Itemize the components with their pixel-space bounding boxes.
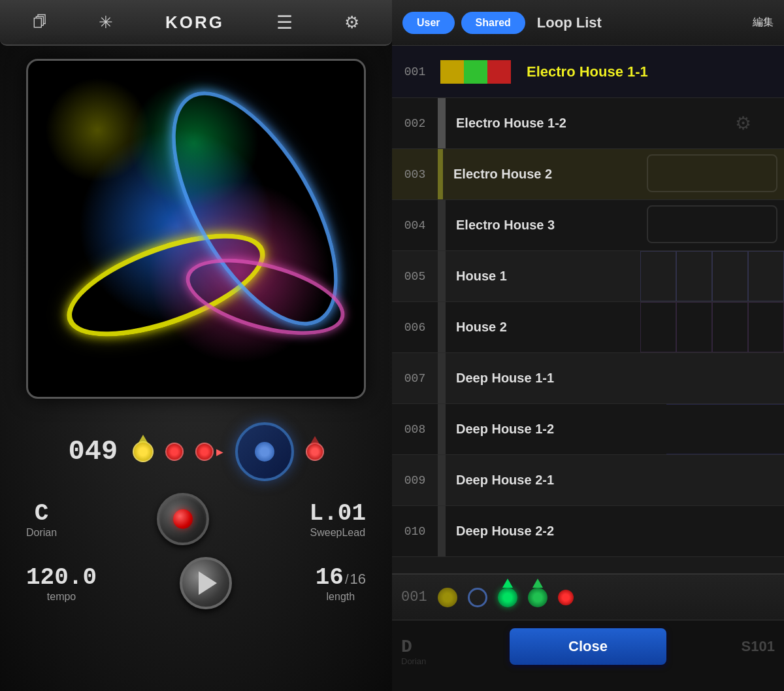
row-overlay-003: [647, 154, 777, 192]
loop-list[interactable]: 001 Electro House 1-1 002 Electro House …: [392, 46, 784, 573]
close-button[interactable]: Close: [510, 628, 666, 665]
color-squares-001: [440, 60, 511, 84]
record-button[interactable]: [157, 493, 209, 545]
gear-overlay-icon: ⚙: [735, 112, 751, 134]
loop-num-003: 003: [392, 168, 438, 181]
close-row: D Dorian Close S101: [392, 620, 784, 673]
close-label-small: Dorian: [401, 656, 426, 666]
loop-num-002: 002: [392, 117, 438, 130]
loop-row[interactable]: 007 Deep House 1-1: [392, 353, 784, 404]
loop-name-010: Deep House 2-2: [446, 524, 784, 539]
app-title: KORG: [165, 12, 224, 33]
bottom-row1: 001: [392, 575, 784, 620]
length-denom: 16: [350, 571, 366, 588]
bottom-num: 001: [401, 589, 427, 605]
params-row-2: 120.0 tempo 16 / 16 length: [26, 557, 366, 609]
loop-name-008: Deep House 1-2: [446, 422, 784, 437]
edit-button[interactable]: 編集: [753, 16, 774, 29]
right-panel: User Shared Loop List 編集 001 Electro Hou…: [392, 0, 784, 691]
bottom-dot-blue[interactable]: [468, 588, 487, 607]
visualizer-bg: [28, 61, 364, 397]
loop-num-007: 007: [392, 372, 438, 385]
loop-num-008: 008: [392, 423, 438, 436]
doc-icon[interactable]: 🗍: [33, 14, 47, 31]
loop-num-006: 006: [392, 321, 438, 334]
loop-name-009: Deep House 2-1: [446, 473, 784, 488]
loop-row[interactable]: 010 Deep House 2-2: [392, 506, 784, 557]
bottom-dot-green2[interactable]: [528, 588, 547, 607]
big-circle-blue[interactable]: [235, 422, 294, 481]
close-left-letter: D: [401, 637, 412, 657]
left-panel: 🗍 ✳ KORG ☰ ⚙ 049 ▶: [0, 0, 392, 691]
loop-num-005: 005: [392, 270, 438, 283]
key-label: Dorian: [26, 527, 57, 539]
close-side-right: S101: [742, 638, 775, 655]
length-label: length: [327, 591, 355, 603]
bottom-dot-wrap-3: [498, 588, 517, 607]
dot-yellow[interactable]: [133, 441, 154, 462]
params-row-1: C Dorian L.01 SweepLead: [26, 493, 366, 545]
bottom-dot-wrap-5: [558, 590, 574, 605]
tempo-group: 120.0 tempo: [26, 564, 97, 603]
gear-icon[interactable]: ⚙: [344, 12, 359, 33]
loop-num-004: 004: [392, 219, 438, 232]
loop-row[interactable]: 001 Electro House 1-1: [392, 46, 784, 98]
key-value: C: [35, 500, 49, 527]
bottom-dot-red[interactable]: [558, 590, 574, 605]
loop-num-010: 010: [392, 525, 438, 538]
tempo-value: 120.0: [26, 564, 97, 591]
loop-name-007: Deep House 1-1: [446, 371, 784, 386]
dot-red-2[interactable]: [195, 443, 214, 461]
play-button[interactable]: [180, 557, 232, 609]
right-header: User Shared Loop List 編集: [392, 0, 784, 46]
bottom-dot-wrap-4: [528, 588, 547, 607]
loop-row[interactable]: 004 Electro House 3: [392, 200, 784, 251]
loop-value: L.01: [310, 500, 366, 527]
bottom-controls: 001 D Dorian Clos: [392, 573, 784, 691]
loop-row[interactable]: 008 Deep House 1-2: [392, 404, 784, 455]
loop-row[interactable]: 006 House 2: [392, 302, 784, 353]
tempo-label: tempo: [47, 591, 76, 603]
toolbar: 🗍 ✳ KORG ☰ ⚙: [0, 0, 392, 46]
loop-row[interactable]: 002 Electro House 1-2 ⚙: [392, 98, 784, 149]
loop-group: L.01 SweepLead: [310, 500, 366, 539]
loop-num-001: 001: [392, 65, 438, 78]
play-triangle: [199, 571, 217, 595]
loop-row[interactable]: 009 Deep House 2-1: [392, 455, 784, 506]
visualizer[interactable]: [26, 59, 366, 399]
loop-name-002: Electro House 1-2: [446, 116, 784, 131]
tab-shared-button[interactable]: Shared: [461, 12, 525, 34]
bpm-display: 049: [69, 436, 121, 467]
record-dot: [173, 509, 193, 529]
bottom-dot-green[interactable]: [498, 588, 517, 607]
dot-red-1[interactable]: [165, 443, 184, 461]
tab-user-button[interactable]: User: [402, 12, 455, 34]
bottom-dot-wrap-1: [438, 588, 457, 607]
close-side-left: D: [401, 637, 412, 657]
controls-row: 049 ▶: [69, 422, 324, 481]
length-value: 16: [316, 564, 344, 591]
shimmer-icon[interactable]: ✳: [99, 12, 113, 33]
loop-name-006: House 2: [446, 320, 784, 335]
list-icon[interactable]: ☰: [276, 12, 293, 33]
loop-name-005: House 1: [446, 269, 784, 284]
dot-red-top[interactable]: [306, 443, 324, 461]
loop-num-009: 009: [392, 474, 438, 487]
blue-inner-dot: [255, 442, 274, 462]
bottom-dot-wrap-2: [468, 588, 487, 607]
bottom-dot-yellow[interactable]: [438, 588, 457, 607]
length-group: 16 / 16 length: [316, 564, 366, 603]
glow-yellow: [45, 78, 150, 182]
loop-label: SweepLead: [310, 527, 366, 539]
loop-row[interactable]: 005 House 1: [392, 251, 784, 302]
key-group: C Dorian: [26, 500, 57, 539]
loop-list-title: Loop List: [537, 14, 746, 31]
loop-row[interactable]: 003 Electro House 2: [392, 149, 784, 200]
loop-name-001: Electro House 1-1: [516, 63, 784, 80]
row-overlay-004: [647, 205, 777, 243]
